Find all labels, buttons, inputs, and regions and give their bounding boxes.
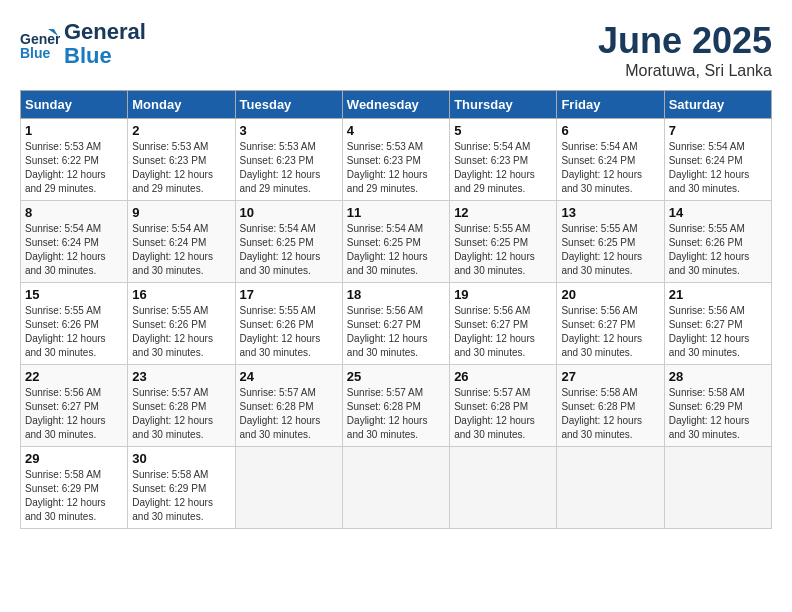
logo-line2: Blue [64,44,146,68]
day-info: Sunrise: 5:56 AM Sunset: 6:27 PM Dayligh… [454,304,552,360]
day-info: Sunrise: 5:54 AM Sunset: 6:24 PM Dayligh… [132,222,230,278]
day-number: 27 [561,369,659,384]
day-info: Sunrise: 5:58 AM Sunset: 6:29 PM Dayligh… [25,468,123,524]
day-number: 14 [669,205,767,220]
calendar-cell: 29Sunrise: 5:58 AM Sunset: 6:29 PM Dayli… [21,447,128,529]
calendar-cell: 7Sunrise: 5:54 AM Sunset: 6:24 PM Daylig… [664,119,771,201]
calendar-cell: 15Sunrise: 5:55 AM Sunset: 6:26 PM Dayli… [21,283,128,365]
calendar-cell: 27Sunrise: 5:58 AM Sunset: 6:28 PM Dayli… [557,365,664,447]
calendar-cell: 25Sunrise: 5:57 AM Sunset: 6:28 PM Dayli… [342,365,449,447]
day-number: 22 [25,369,123,384]
day-number: 7 [669,123,767,138]
day-info: Sunrise: 5:54 AM Sunset: 6:24 PM Dayligh… [25,222,123,278]
calendar-cell: 6Sunrise: 5:54 AM Sunset: 6:24 PM Daylig… [557,119,664,201]
calendar-cell: 20Sunrise: 5:56 AM Sunset: 6:27 PM Dayli… [557,283,664,365]
day-number: 28 [669,369,767,384]
day-info: Sunrise: 5:58 AM Sunset: 6:29 PM Dayligh… [669,386,767,442]
calendar-week-2: 8Sunrise: 5:54 AM Sunset: 6:24 PM Daylig… [21,201,772,283]
day-number: 13 [561,205,659,220]
day-info: Sunrise: 5:53 AM Sunset: 6:23 PM Dayligh… [132,140,230,196]
day-number: 12 [454,205,552,220]
calendar-cell: 16Sunrise: 5:55 AM Sunset: 6:26 PM Dayli… [128,283,235,365]
day-number: 23 [132,369,230,384]
calendar-week-4: 22Sunrise: 5:56 AM Sunset: 6:27 PM Dayli… [21,365,772,447]
calendar-cell [557,447,664,529]
day-info: Sunrise: 5:54 AM Sunset: 6:25 PM Dayligh… [347,222,445,278]
calendar-cell: 10Sunrise: 5:54 AM Sunset: 6:25 PM Dayli… [235,201,342,283]
day-info: Sunrise: 5:57 AM Sunset: 6:28 PM Dayligh… [454,386,552,442]
day-info: Sunrise: 5:53 AM Sunset: 6:23 PM Dayligh… [347,140,445,196]
day-number: 5 [454,123,552,138]
day-number: 15 [25,287,123,302]
day-number: 20 [561,287,659,302]
month-title: June 2025 [598,20,772,62]
day-number: 25 [347,369,445,384]
calendar-cell [342,447,449,529]
day-info: Sunrise: 5:56 AM Sunset: 6:27 PM Dayligh… [347,304,445,360]
col-header-tuesday: Tuesday [235,91,342,119]
calendar-cell: 13Sunrise: 5:55 AM Sunset: 6:25 PM Dayli… [557,201,664,283]
calendar-cell: 4Sunrise: 5:53 AM Sunset: 6:23 PM Daylig… [342,119,449,201]
day-info: Sunrise: 5:57 AM Sunset: 6:28 PM Dayligh… [132,386,230,442]
day-info: Sunrise: 5:58 AM Sunset: 6:28 PM Dayligh… [561,386,659,442]
calendar-cell [450,447,557,529]
day-number: 8 [25,205,123,220]
calendar-cell: 21Sunrise: 5:56 AM Sunset: 6:27 PM Dayli… [664,283,771,365]
day-info: Sunrise: 5:56 AM Sunset: 6:27 PM Dayligh… [669,304,767,360]
day-info: Sunrise: 5:55 AM Sunset: 6:26 PM Dayligh… [240,304,338,360]
col-header-sunday: Sunday [21,91,128,119]
calendar-week-5: 29Sunrise: 5:58 AM Sunset: 6:29 PM Dayli… [21,447,772,529]
calendar-week-1: 1Sunrise: 5:53 AM Sunset: 6:22 PM Daylig… [21,119,772,201]
day-info: Sunrise: 5:58 AM Sunset: 6:29 PM Dayligh… [132,468,230,524]
col-header-saturday: Saturday [664,91,771,119]
calendar-cell: 26Sunrise: 5:57 AM Sunset: 6:28 PM Dayli… [450,365,557,447]
calendar-cell: 24Sunrise: 5:57 AM Sunset: 6:28 PM Dayli… [235,365,342,447]
day-number: 11 [347,205,445,220]
day-number: 6 [561,123,659,138]
calendar-cell: 3Sunrise: 5:53 AM Sunset: 6:23 PM Daylig… [235,119,342,201]
title-area: June 2025 Moratuwa, Sri Lanka [598,20,772,80]
calendar-cell: 1Sunrise: 5:53 AM Sunset: 6:22 PM Daylig… [21,119,128,201]
day-info: Sunrise: 5:54 AM Sunset: 6:24 PM Dayligh… [669,140,767,196]
logo: General Blue General Blue [20,20,146,68]
day-number: 16 [132,287,230,302]
calendar-table: SundayMondayTuesdayWednesdayThursdayFrid… [20,90,772,529]
day-number: 17 [240,287,338,302]
calendar-cell: 28Sunrise: 5:58 AM Sunset: 6:29 PM Dayli… [664,365,771,447]
day-number: 1 [25,123,123,138]
day-number: 18 [347,287,445,302]
calendar-cell: 23Sunrise: 5:57 AM Sunset: 6:28 PM Dayli… [128,365,235,447]
calendar-cell: 2Sunrise: 5:53 AM Sunset: 6:23 PM Daylig… [128,119,235,201]
col-header-friday: Friday [557,91,664,119]
day-number: 21 [669,287,767,302]
calendar-cell: 5Sunrise: 5:54 AM Sunset: 6:23 PM Daylig… [450,119,557,201]
logo-line1: General [64,20,146,44]
day-info: Sunrise: 5:54 AM Sunset: 6:24 PM Dayligh… [561,140,659,196]
col-header-thursday: Thursday [450,91,557,119]
calendar-cell: 17Sunrise: 5:55 AM Sunset: 6:26 PM Dayli… [235,283,342,365]
day-info: Sunrise: 5:56 AM Sunset: 6:27 PM Dayligh… [25,386,123,442]
calendar-week-3: 15Sunrise: 5:55 AM Sunset: 6:26 PM Dayli… [21,283,772,365]
day-info: Sunrise: 5:57 AM Sunset: 6:28 PM Dayligh… [347,386,445,442]
logo-icon: General Blue [20,24,60,64]
svg-text:Blue: Blue [20,45,51,61]
calendar-cell: 30Sunrise: 5:58 AM Sunset: 6:29 PM Dayli… [128,447,235,529]
calendar-cell: 12Sunrise: 5:55 AM Sunset: 6:25 PM Dayli… [450,201,557,283]
col-header-wednesday: Wednesday [342,91,449,119]
day-info: Sunrise: 5:55 AM Sunset: 6:26 PM Dayligh… [25,304,123,360]
day-number: 19 [454,287,552,302]
calendar-cell [664,447,771,529]
calendar-cell [235,447,342,529]
day-number: 3 [240,123,338,138]
day-info: Sunrise: 5:55 AM Sunset: 6:26 PM Dayligh… [669,222,767,278]
calendar-cell: 19Sunrise: 5:56 AM Sunset: 6:27 PM Dayli… [450,283,557,365]
day-number: 30 [132,451,230,466]
location: Moratuwa, Sri Lanka [598,62,772,80]
day-number: 9 [132,205,230,220]
calendar-cell: 18Sunrise: 5:56 AM Sunset: 6:27 PM Dayli… [342,283,449,365]
day-info: Sunrise: 5:53 AM Sunset: 6:22 PM Dayligh… [25,140,123,196]
day-info: Sunrise: 5:57 AM Sunset: 6:28 PM Dayligh… [240,386,338,442]
day-number: 29 [25,451,123,466]
day-info: Sunrise: 5:55 AM Sunset: 6:26 PM Dayligh… [132,304,230,360]
calendar-cell: 11Sunrise: 5:54 AM Sunset: 6:25 PM Dayli… [342,201,449,283]
